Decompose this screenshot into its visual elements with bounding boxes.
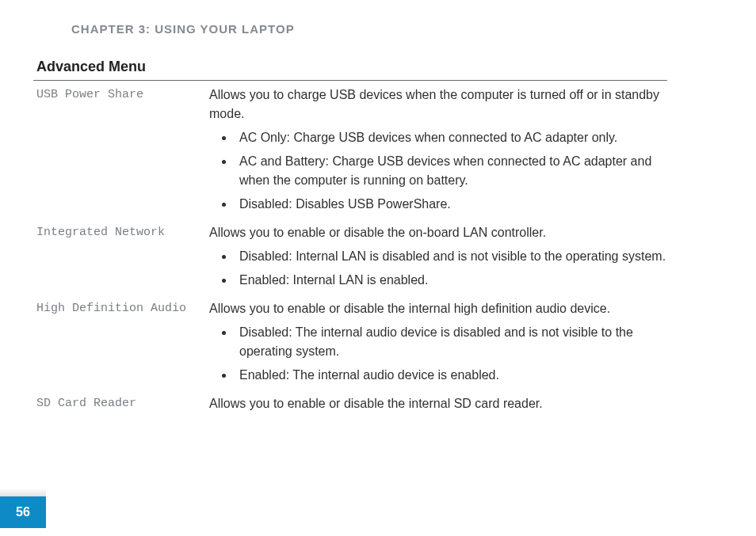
page-tab-shadow [0, 488, 46, 496]
page-number: 56 [16, 505, 30, 519]
section-title: Advanced Menu [36, 59, 667, 75]
setting-intro: Allows you to enable or disable the inte… [209, 394, 667, 413]
setting-intro: Allows you to charge USB devices when th… [209, 86, 667, 124]
setting-bullet: Disabled: Internal LAN is disabled and i… [235, 247, 667, 266]
setting-bullet-list: AC Only: Charge USB devices when connect… [209, 128, 667, 214]
setting-row: Integrated Network Allows you to enable … [33, 223, 667, 295]
setting-intro: Allows you to enable or disable the on-b… [209, 223, 667, 242]
setting-bullet: Disabled: The internal audio device is d… [235, 323, 667, 361]
setting-intro: Allows you to enable or disable the inte… [209, 299, 667, 318]
setting-row: SD Card Reader Allows you to enable or d… [33, 394, 667, 418]
setting-bullet-list: Disabled: The internal audio device is d… [209, 323, 667, 385]
document-page: CHAPTER 3: USING YOUR LAPTOP Advanced Me… [0, 0, 756, 536]
content-body: Advanced Menu USB Power Share Allows you… [33, 59, 667, 421]
setting-name: USB Power Share [33, 86, 209, 105]
setting-bullet: Disabled: Disables USB PowerShare. [235, 195, 667, 214]
setting-row: High Definition Audio Allows you to enab… [33, 299, 667, 390]
setting-bullet: Enabled: The internal audio device is en… [235, 366, 667, 385]
setting-row: USB Power Share Allows you to charge USB… [33, 86, 667, 219]
setting-name: High Definition Audio [33, 299, 209, 318]
setting-description: Allows you to enable or disable the inte… [209, 394, 667, 418]
setting-description: Allows you to enable or disable the on-b… [209, 223, 667, 295]
setting-bullet-list: Disabled: Internal LAN is disabled and i… [209, 247, 667, 290]
section-divider [33, 80, 667, 81]
setting-description: Allows you to charge USB devices when th… [209, 86, 667, 219]
chapter-header: CHAPTER 3: USING YOUR LAPTOP [71, 22, 295, 36]
setting-name: SD Card Reader [33, 394, 209, 413]
setting-bullet: Enabled: Internal LAN is enabled. [235, 271, 667, 290]
setting-bullet: AC and Battery: Charge USB devices when … [235, 152, 667, 190]
page-number-tab: 56 [0, 496, 46, 528]
setting-bullet: AC Only: Charge USB devices when connect… [235, 128, 667, 147]
setting-name: Integrated Network [33, 223, 209, 242]
setting-description: Allows you to enable or disable the inte… [209, 299, 667, 390]
